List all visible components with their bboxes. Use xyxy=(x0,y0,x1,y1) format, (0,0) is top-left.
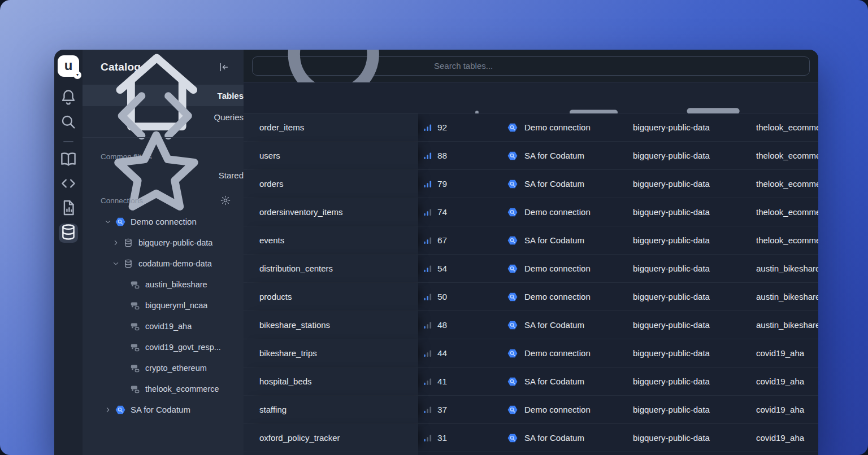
connection-name: SA for Codatum xyxy=(524,320,584,330)
gear-icon[interactable] xyxy=(220,195,231,206)
table-row[interactable]: products 50 Demo connection bigquery-pub… xyxy=(244,283,818,311)
database-cell xyxy=(633,452,756,455)
tree-item[interactable]: covid19_aha xyxy=(83,316,244,336)
search-button[interactable] xyxy=(59,113,78,133)
table-row[interactable]: ordersinventory_items 74 Demo connection… xyxy=(244,198,818,226)
popularity-bars-icon xyxy=(423,434,432,443)
queries-rail-button[interactable] xyxy=(59,175,78,194)
schema-cell: thelook_ecommerce xyxy=(756,113,818,141)
schema-cell: thelook_ecommerce xyxy=(756,198,818,226)
table-name-cell[interactable]: order_items xyxy=(244,113,418,141)
connection-cell: SA for Codatum xyxy=(507,226,633,254)
connection-name: SA for Codatum xyxy=(524,179,584,189)
reports-button[interactable] xyxy=(59,199,78,218)
table-name-cell[interactable]: oxford_policy_tracker xyxy=(244,424,418,452)
tree-item[interactable]: SA for Codatum xyxy=(83,399,244,420)
popularity-cell: 74 xyxy=(418,198,507,226)
database-cell: bigquery-public-data xyxy=(633,226,756,254)
bigquery-icon xyxy=(507,433,518,443)
bigquery-icon xyxy=(507,264,518,274)
table-name-cell[interactable]: hospital_beds xyxy=(244,368,418,395)
table-name-cell[interactable]: events xyxy=(244,226,418,254)
bigquery-icon xyxy=(507,405,518,415)
tree-item-label: codatum-demo-data xyxy=(138,259,212,268)
filter-item-starred[interactable]: Stared xyxy=(83,165,244,185)
popularity-cell: 50 xyxy=(418,283,507,310)
table-name-cell[interactable]: ordersinventory_items xyxy=(244,198,418,226)
tree-item[interactable]: bigquery-public-data xyxy=(83,232,244,253)
bigquery-icon xyxy=(507,151,518,161)
table-row[interactable]: distribution_centers 54 Demo connection … xyxy=(244,255,818,283)
table-row[interactable]: hospital_beds 41 SA for Codatum bigquery… xyxy=(244,368,818,396)
catalog-rail-button[interactable] xyxy=(59,224,78,243)
table-name-cell[interactable]: bikeshare_trips xyxy=(244,339,418,367)
table-name: events xyxy=(259,235,284,245)
popularity-value: 67 xyxy=(437,235,447,246)
tree-chevron-icon[interactable] xyxy=(111,238,120,247)
table-row[interactable]: order_items 92 Demo connection bigquery-… xyxy=(244,113,818,142)
table-row[interactable]: oxford_policy_tracker 31 SA for Codatum … xyxy=(244,424,818,452)
collapse-sidebar-icon[interactable] xyxy=(218,61,230,73)
popularity-cell: 92 xyxy=(418,113,507,141)
popularity-value: 79 xyxy=(437,179,447,189)
tree-chevron-icon[interactable] xyxy=(111,259,120,268)
app-logo[interactable]: u ▾ xyxy=(58,55,79,77)
table-row[interactable]: bikeshare_stations 48 SA for Codatum big… xyxy=(244,311,818,339)
schema-cell: covid19_aha xyxy=(756,368,818,395)
chevron-down-icon: ▾ xyxy=(73,71,81,79)
search-input[interactable] xyxy=(434,61,802,71)
schema-cell: austin_bikeshare xyxy=(756,255,818,282)
tree-item[interactable]: Demo connection xyxy=(83,211,244,232)
popularity-bars-icon xyxy=(423,123,432,132)
popularity-bars-icon xyxy=(423,349,432,358)
tree-item[interactable]: codatum-demo-data xyxy=(83,253,244,274)
popularity-bars-icon xyxy=(423,236,432,245)
app-logo-glyph: u xyxy=(64,59,73,72)
table-row[interactable] xyxy=(244,452,818,455)
table-row[interactable]: bikeshare_trips 44 Demo connection bigqu… xyxy=(244,339,818,368)
tree-chevron-icon[interactable] xyxy=(103,217,112,226)
table-row[interactable]: orders 79 SA for Codatum bigquery-public… xyxy=(244,170,818,198)
tree-item[interactable]: covid19_govt_resp... xyxy=(83,336,244,357)
tree-chevron-icon[interactable] xyxy=(103,405,112,414)
table-name-cell[interactable]: bikeshare_stations xyxy=(244,311,418,339)
table-name-cell[interactable]: staffing xyxy=(244,396,418,423)
table-name-cell[interactable]: users xyxy=(244,142,418,169)
table-row[interactable]: events 67 SA for Codatum bigquery-public… xyxy=(244,226,818,255)
popularity-cell: 41 xyxy=(418,368,507,395)
connection-name: SA for Codatum xyxy=(524,433,584,443)
schema-cell xyxy=(756,452,818,455)
bell-icon xyxy=(59,88,78,110)
popularity-cell: 44 xyxy=(418,339,507,367)
schema-cell: austin_bikeshare xyxy=(756,311,818,339)
table-name-cell[interactable]: products xyxy=(244,283,418,310)
table-row[interactable]: users 88 SA for Codatum bigquery-public-… xyxy=(244,142,818,170)
tree-item[interactable]: bigqueryml_ncaa xyxy=(83,295,244,316)
tree-node-icon xyxy=(130,384,140,394)
table-name-cell[interactable]: orders xyxy=(244,170,418,198)
tree-item-label: SA for Codatum xyxy=(131,405,190,414)
database-cell: bigquery-public-data xyxy=(633,424,756,452)
docs-button[interactable] xyxy=(59,151,78,170)
popularity-cell: 79 xyxy=(418,170,507,198)
table-name-cell[interactable]: distribution_centers xyxy=(244,255,418,282)
schema-cell: covid19_aha xyxy=(756,396,818,423)
notifications-button[interactable] xyxy=(59,89,78,108)
tree-node-icon xyxy=(130,342,140,352)
tree-node-icon xyxy=(115,217,125,227)
search-box[interactable] xyxy=(252,56,810,76)
popularity-cell: 54 xyxy=(418,255,507,282)
table-row[interactable]: staffing 37 Demo connection bigquery-pub… xyxy=(244,396,818,424)
tree-item[interactable]: crypto_ethereum xyxy=(83,357,244,378)
connection-name: Demo connection xyxy=(524,123,591,132)
catalog-panel: Catalog Tables Queries Common filters St… xyxy=(83,50,244,455)
connection-cell: Demo connection xyxy=(507,255,633,282)
connection-cell: Demo connection xyxy=(507,339,633,367)
schema-cell: thelook_ecommerce xyxy=(756,170,818,198)
rail-divider xyxy=(63,141,73,142)
table-name-cell[interactable] xyxy=(244,452,418,455)
tree-item[interactable]: thelook_ecommerce xyxy=(83,378,244,399)
connection-cell: SA for Codatum xyxy=(507,170,633,198)
popularity-cell: 37 xyxy=(418,396,507,423)
tree-item[interactable]: austin_bikeshare xyxy=(83,274,244,295)
